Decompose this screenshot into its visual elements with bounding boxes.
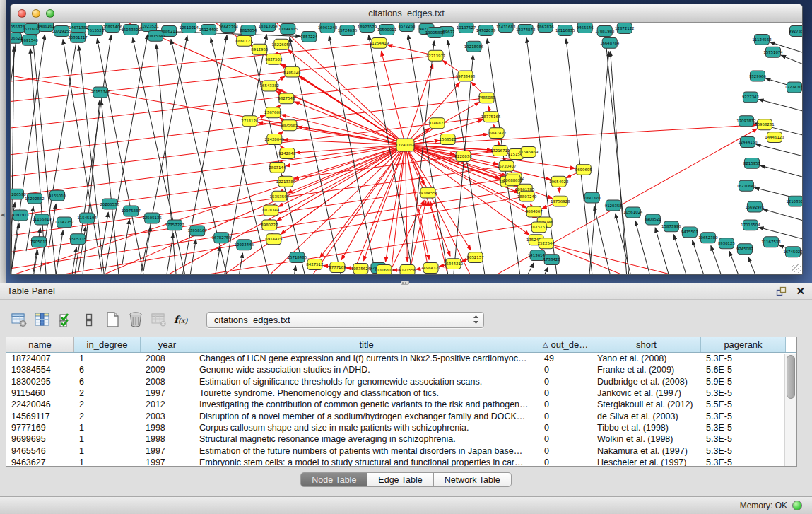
- graph-node[interactable]: 20815342: [146, 30, 165, 41]
- graph-node[interactable]: 17016504: [741, 220, 760, 230]
- graph-node[interactable]: 10835624: [351, 264, 371, 274]
- citation-edge-red[interactable]: [11, 145, 405, 274]
- graph-node[interactable]: 19756928: [551, 196, 570, 206]
- graph-node[interactable]: 9146821: [429, 118, 446, 129]
- graph-node[interactable]: 11545469: [519, 147, 539, 158]
- panel-collapse-arrow-icon[interactable]: ◀: [1, 212, 4, 218]
- memory-status-icon[interactable]: [792, 501, 802, 510]
- graph-node[interactable]: 9391913: [12, 210, 29, 221]
- table-row[interactable]: 911546021997Tourette syndrome. Phenomeno…: [6, 387, 796, 399]
- graph-node[interactable]: 15751074: [763, 47, 783, 57]
- graph-node[interactable]: 9927355: [789, 25, 802, 36]
- graph-node[interactable]: 9684067: [526, 206, 543, 217]
- table-selector-dropdown[interactable]: citations_edges.txt: [206, 312, 484, 328]
- graph-node[interactable]: 2803144: [269, 162, 286, 173]
- graph-node[interactable]: 9052157: [467, 252, 484, 263]
- graph-node[interactable]: 8912955: [251, 44, 268, 54]
- graph-node[interactable]: 1568520: [440, 134, 457, 145]
- graph-node[interactable]: 16033809: [121, 24, 141, 35]
- graph-node[interactable]: 16210643: [736, 180, 755, 191]
- citation-edge-black[interactable]: [329, 36, 386, 274]
- table-row[interactable]: 2242004622012Investigating the contribut…: [6, 399, 796, 410]
- graph-node[interactable]: 15692971: [745, 201, 764, 212]
- graph-node[interactable]: 17357223: [165, 220, 184, 230]
- graph-node[interactable]: 7891320: [584, 192, 601, 203]
- table-scrollbar-thumb[interactable]: [787, 355, 795, 399]
- graph-node[interactable]: 9120358: [605, 200, 623, 211]
- graph-node[interactable]: 11316610: [375, 265, 394, 274]
- citation-edge-black[interactable]: [781, 55, 802, 69]
- graph-node[interactable]: 10197527: [457, 23, 476, 33]
- resize-grip[interactable]: [792, 264, 801, 273]
- graph-node[interactable]: 16648784: [600, 37, 620, 48]
- graph-node[interactable]: 10975887: [121, 206, 140, 216]
- tab-edge-table[interactable]: Edge Table: [367, 472, 433, 487]
- citation-edge-red[interactable]: [25, 145, 405, 274]
- graph-node[interactable]: 10652380: [698, 233, 718, 243]
- graph-node[interactable]: 16116835: [555, 25, 575, 35]
- graph-node[interactable]: 13216711: [490, 146, 510, 156]
- graph-node[interactable]: 9875685: [281, 120, 298, 131]
- graph-hub-node[interactable]: 17240057: [396, 139, 415, 151]
- graph-node[interactable]: 9777169: [329, 262, 346, 273]
- graph-node[interactable]: 18226058: [272, 39, 292, 49]
- graph-node[interactable]: 10688639: [503, 175, 523, 185]
- citation-edge-black[interactable]: [523, 267, 548, 274]
- graph-node[interactable]: 9827503: [265, 54, 282, 64]
- graph-node[interactable]: 16745022: [783, 247, 802, 257]
- citation-edge-black[interactable]: [673, 235, 700, 274]
- citation-edge-red[interactable]: [405, 64, 433, 145]
- citation-edge-black[interactable]: [763, 209, 802, 225]
- graph-node[interactable]: 15718485: [288, 252, 307, 263]
- graph-node[interactable]: 12213389: [276, 176, 296, 187]
- graph-node[interactable]: 16642294: [219, 23, 239, 32]
- graph-node[interactable]: 7485083: [478, 93, 495, 103]
- graph-node[interactable]: 11156819: [32, 214, 52, 225]
- citation-edge-black[interactable]: [611, 52, 630, 274]
- graph-node[interactable]: 25206590: [11, 189, 26, 199]
- column-header-title[interactable]: title: [194, 337, 539, 352]
- column-header-in_degree[interactable]: in_degree: [74, 337, 141, 352]
- network-canvas[interactable]: 1055328715276021848616110719155146713887…: [11, 23, 802, 274]
- graph-node[interactable]: 19733493: [456, 71, 475, 81]
- graph-node[interactable]: 10561024: [623, 207, 643, 218]
- graph-node[interactable]: 9862876: [537, 23, 555, 32]
- graph-node[interactable]: 16543382: [260, 81, 279, 91]
- graph-node[interactable]: 19005895: [425, 27, 445, 37]
- graph-node[interactable]: 12374873: [516, 24, 535, 35]
- graph-node[interactable]: 20891406: [102, 23, 122, 32]
- table-row[interactable]: 1830029562008Estimation of significance …: [6, 376, 796, 387]
- graph-node[interactable]: 8878344: [262, 205, 280, 216]
- graph-node[interactable]: 8427512: [306, 259, 323, 270]
- graph-node[interactable]: 2522544: [538, 238, 555, 249]
- graph-node[interactable]: 16047427: [487, 128, 506, 139]
- left-panel-divider[interactable]: ◀: [0, 0, 6, 283]
- graph-node[interactable]: 9123556: [399, 265, 416, 274]
- citation-edge-black[interactable]: [693, 240, 718, 274]
- table-settings-icon[interactable]: [10, 310, 28, 329]
- graph-node[interactable]: 17081983: [595, 25, 614, 36]
- citation-edge-black[interactable]: [189, 239, 196, 274]
- citation-edge-red[interactable]: [294, 145, 406, 179]
- table-scrollbar[interactable]: [784, 354, 796, 467]
- graph-node[interactable]: 2718120: [241, 116, 259, 127]
- graph-node[interactable]: 9329966: [749, 71, 767, 81]
- graph-node[interactable]: 9827548: [278, 93, 295, 104]
- table-row[interactable]: 1938455462009Genome-wide association stu…: [6, 364, 796, 375]
- graph-node[interactable]: 15958231: [755, 119, 774, 130]
- function-builder-icon[interactable]: f(x): [173, 310, 192, 329]
- citation-edge-black[interactable]: [156, 45, 180, 274]
- graph-node[interactable]: 15124490: [199, 24, 219, 35]
- citation-edge-black[interactable]: [606, 40, 633, 274]
- citation-edge-black[interactable]: [594, 206, 620, 274]
- graph-node[interactable]: 9227343: [742, 92, 759, 103]
- graph-node[interactable]: 19384554: [418, 187, 438, 198]
- graph-node[interactable]: 11254419: [370, 37, 389, 48]
- table-row[interactable]: 1456911722003Disruption of a novel membe…: [6, 410, 796, 421]
- graph-node[interactable]: 1733426: [543, 255, 561, 265]
- tab-network-table[interactable]: Network Table: [434, 472, 512, 487]
- graph-node[interactable]: 12444158: [738, 137, 758, 148]
- graph-node[interactable]: 2367608: [264, 107, 282, 118]
- citation-edge-black[interactable]: [143, 226, 151, 271]
- graph-node[interactable]: 9245082: [736, 244, 753, 255]
